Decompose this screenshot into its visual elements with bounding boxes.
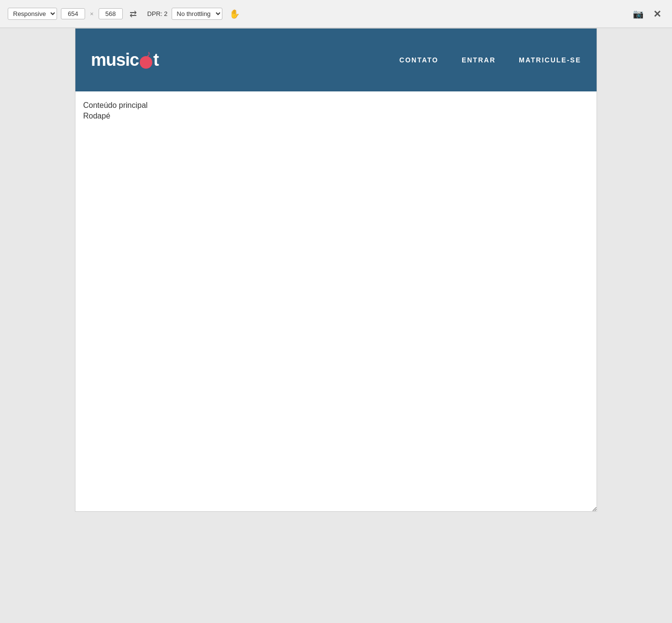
logo-dot-svg: ♪ [139,52,153,69]
svg-point-0 [140,56,152,69]
width-input[interactable] [61,8,85,19]
footer-label: Rodapé [83,112,589,120]
site-nav: CONTATO ENTRAR MATRICULE-SE [399,56,581,64]
dpr-label: DPR: 2 [147,10,168,17]
logo-text-ot: t [153,50,159,70]
site-header: music ♪ t CONTATO ENTRAR MATRICULE-SE [75,29,597,91]
logo-text-music: music [91,50,139,70]
responsive-select[interactable]: Responsive [8,8,57,20]
site-main: Conteúdo principal Rodapé [75,91,597,130]
nav-contato[interactable]: CONTATO [399,56,438,64]
screenshot-icon: 📷 [633,9,643,19]
close-icon: ✕ [653,9,661,19]
screenshot-button[interactable]: 📷 [630,7,646,21]
dimension-separator: × [90,10,94,17]
device-frame: music ♪ t CONTATO ENTRAR MATRICULE-SE [75,28,597,512]
logo-text: music ♪ t [91,50,159,70]
viewport-wrapper: music ♪ t CONTATO ENTRAR MATRICULE-SE [0,28,672,512]
touch-icon: ✋ [229,9,240,19]
touch-button[interactable]: ✋ [226,7,243,21]
rotate-icon: ⇄ [130,9,137,19]
height-input[interactable] [99,8,123,19]
svg-line-2 [593,507,597,511]
nav-matricule-se[interactable]: MATRICULE-SE [519,56,581,64]
devtools-toolbar: Responsive × ⇄ DPR: 2 No throttling ✋ 📷 … [0,0,672,28]
svg-line-3 [595,509,597,511]
close-devtools-button[interactable]: ✕ [650,6,664,22]
throttling-select[interactable]: No throttling [172,8,222,20]
rotate-button[interactable]: ⇄ [127,7,140,21]
nav-entrar[interactable]: ENTRAR [462,56,496,64]
logo-dot-container: ♪ [139,50,153,70]
site-logo[interactable]: music ♪ t [91,50,159,70]
svg-text:♪: ♪ [146,52,150,59]
main-content-label: Conteúdo principal [83,101,589,110]
resize-handle[interactable] [590,504,597,511]
resize-icon [591,505,597,511]
